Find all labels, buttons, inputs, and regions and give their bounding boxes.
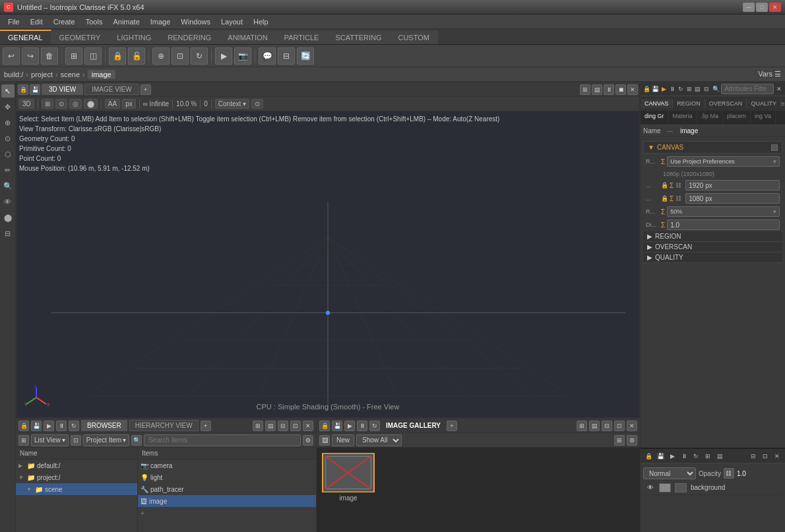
list-item-image[interactable]: 🖼 image bbox=[138, 495, 316, 507]
vt-px[interactable]: px bbox=[122, 99, 136, 109]
snapshot-button[interactable]: 📷 bbox=[234, 47, 251, 65]
ig-thumb-icon[interactable]: 🖼 bbox=[319, 435, 330, 446]
tab-general[interactable]: GENERAL bbox=[0, 30, 51, 44]
rp-layout3[interactable]: ⊟ bbox=[703, 84, 710, 94]
browser-save[interactable]: 💾 bbox=[31, 421, 42, 431]
tab-custom[interactable]: CUSTOM bbox=[390, 30, 437, 44]
ig-layout2[interactable]: ▤ bbox=[589, 421, 600, 431]
browser-close[interactable]: ✕ bbox=[303, 421, 313, 431]
rp-play[interactable]: ▶ bbox=[660, 84, 668, 94]
redo-button[interactable]: ↪ bbox=[22, 47, 39, 65]
unlock-button[interactable]: 🔓 bbox=[128, 47, 145, 65]
res-preset-dropdown[interactable]: Use Project Preferences ▾ bbox=[667, 156, 780, 167]
ig-layout3[interactable]: ⊟ bbox=[602, 421, 612, 431]
minimize-button[interactable]: ─ bbox=[743, 3, 755, 12]
tab-hierarchy[interactable]: HIERARCHY VIEW bbox=[129, 420, 199, 431]
blend-mode-select[interactable]: Normal bbox=[643, 467, 696, 479]
rp-lock[interactable]: 🔒 bbox=[643, 84, 650, 94]
browser-layout2[interactable]: ▤ bbox=[265, 421, 276, 431]
menu-edit[interactable]: Edit bbox=[25, 16, 48, 27]
view-layout-3[interactable]: ⏸ bbox=[604, 84, 614, 95]
vt-shading[interactable]: ⬤ bbox=[84, 99, 98, 109]
ig-refresh[interactable]: ↻ bbox=[369, 421, 380, 431]
tree-item-scene[interactable]: ▼ 📁 scene bbox=[16, 483, 137, 495]
ig-save[interactable]: 💾 bbox=[332, 421, 342, 431]
ig-lock[interactable]: 🔒 bbox=[319, 421, 330, 431]
col-vars[interactable]: ing Va bbox=[751, 111, 776, 125]
breadcrumb-build[interactable]: build:/ bbox=[4, 71, 23, 78]
rb-refresh[interactable]: ↻ bbox=[691, 451, 701, 461]
view-add-tab[interactable]: + bbox=[141, 84, 151, 95]
tree-item-default[interactable]: ▶ 📁 default:/ bbox=[16, 459, 137, 471]
ig-settings[interactable]: ⚙ bbox=[627, 435, 637, 446]
browser-layout1[interactable]: ⊞ bbox=[253, 421, 263, 431]
transform-button[interactable]: ⊕ bbox=[152, 47, 170, 65]
menu-tools[interactable]: Tools bbox=[80, 16, 108, 27]
tool-10[interactable]: ⊟ bbox=[1, 227, 15, 240]
ig-layout1[interactable]: ⊞ bbox=[577, 421, 587, 431]
bt-icon-view[interactable]: ⊡ bbox=[71, 435, 81, 446]
tool-3[interactable]: ⊕ bbox=[1, 116, 15, 129]
view-panel-save[interactable]: 💾 bbox=[30, 84, 40, 95]
ig-layout4[interactable]: ⊡ bbox=[614, 421, 625, 431]
tab-quality[interactable]: QUALITY bbox=[747, 99, 781, 108]
rp-pause[interactable]: ⏸ bbox=[669, 84, 676, 94]
refresh-button[interactable]: 🔄 bbox=[297, 47, 314, 65]
group-button[interactable]: ⊞ bbox=[65, 47, 82, 65]
col-placement[interactable]: placem bbox=[723, 111, 751, 125]
rb-lock[interactable]: 🔒 bbox=[643, 451, 654, 461]
tab-browser[interactable]: BROWSER bbox=[81, 420, 127, 431]
rp-tab-more[interactable]: ≡ bbox=[781, 98, 785, 109]
vt-context[interactable]: Context ▾ bbox=[215, 99, 249, 109]
close-button[interactable]: ✕ bbox=[769, 3, 781, 12]
list-item-add[interactable]: + bbox=[138, 507, 316, 519]
tab-image-view[interactable]: IMAGE VIEW bbox=[84, 84, 139, 95]
rotate-button[interactable]: ↻ bbox=[191, 47, 208, 65]
tool-9[interactable]: ⬤ bbox=[1, 211, 15, 224]
ig-new-btn[interactable]: New bbox=[332, 434, 354, 446]
rb-layout4[interactable]: ⊡ bbox=[760, 451, 770, 461]
rb-play[interactable]: ▶ bbox=[667, 451, 677, 461]
menu-windows[interactable]: Windows bbox=[175, 16, 216, 27]
viewport[interactable]: Select: Select Item (LMB) Add Item to se… bbox=[16, 111, 639, 417]
ig-play[interactable]: ▶ bbox=[344, 421, 355, 431]
view-layout-1[interactable]: ⊞ bbox=[580, 84, 590, 95]
bt-grid-view[interactable]: ⊞ bbox=[18, 435, 29, 446]
gallery-thumb-image[interactable]: image bbox=[322, 453, 375, 528]
rp-close[interactable]: ✕ bbox=[775, 84, 782, 94]
browser-search-input[interactable] bbox=[144, 434, 301, 446]
bt-item-type-dropdown[interactable]: Project Item ▾ bbox=[83, 434, 129, 446]
vt-extra[interactable]: ⊙ bbox=[251, 99, 263, 109]
tab-scattering[interactable]: SCATTERING bbox=[327, 30, 390, 44]
rb-layout1[interactable]: ⊞ bbox=[703, 451, 713, 461]
ig-add-tab[interactable]: + bbox=[447, 421, 457, 431]
region-section[interactable]: ▶ REGION bbox=[643, 231, 782, 242]
tree-item-project[interactable]: ▼ 📁 project:/ bbox=[16, 471, 137, 483]
ratio-dropdown[interactable]: 50% ▾ bbox=[667, 206, 780, 217]
vt-layout[interactable]: ⊞ bbox=[42, 99, 53, 109]
tool-2[interactable]: ✥ bbox=[1, 100, 15, 113]
tab-rendering[interactable]: RENDERING bbox=[160, 30, 220, 44]
view-close[interactable]: ✕ bbox=[627, 84, 638, 95]
lock-button[interactable]: 🔒 bbox=[109, 47, 126, 65]
list-item-camera[interactable]: 📷 camera bbox=[138, 459, 316, 471]
ig-show-all-select[interactable]: Show All bbox=[356, 434, 402, 446]
gallery-image[interactable] bbox=[322, 453, 375, 492]
menu-file[interactable]: File bbox=[3, 16, 25, 27]
view-layout-4[interactable]: ⏹ bbox=[615, 84, 626, 95]
rp-search-icon[interactable]: 🔍 bbox=[712, 84, 720, 94]
canvas-dimen-input[interactable] bbox=[667, 220, 780, 230]
tab-overscan[interactable]: OVERSCAN bbox=[705, 99, 747, 108]
rb-layout3[interactable]: ⊟ bbox=[748, 451, 759, 461]
tool-5[interactable]: ⬡ bbox=[1, 148, 15, 161]
breadcrumb-scene[interactable]: scene bbox=[61, 71, 80, 78]
tab-animation[interactable]: ANIMATION bbox=[220, 30, 276, 44]
tab-canvas[interactable]: CANVAS bbox=[641, 99, 673, 108]
quality-section[interactable]: ▶ QUALITY bbox=[643, 252, 782, 263]
browser-pause[interactable]: ⏸ bbox=[56, 421, 67, 431]
view-layout-2[interactable]: ▤ bbox=[592, 84, 602, 95]
rp-refresh[interactable]: ↻ bbox=[677, 84, 685, 94]
menu-image[interactable]: Image bbox=[145, 16, 176, 27]
rb-layout2[interactable]: ▤ bbox=[714, 451, 725, 461]
rp-layout1[interactable]: ⊞ bbox=[686, 84, 693, 94]
